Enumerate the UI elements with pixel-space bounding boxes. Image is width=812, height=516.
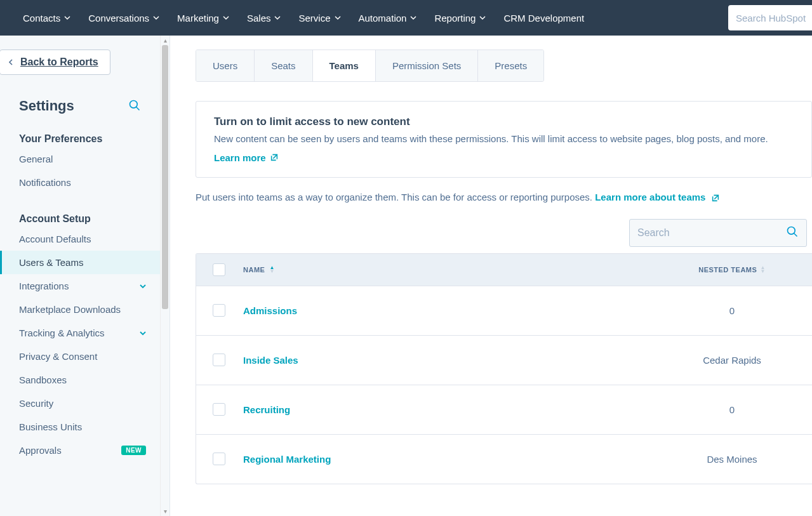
- notice-desc: New content can be seen by users and tea…: [214, 132, 794, 146]
- global-search-input[interactable]: [736, 13, 812, 23]
- scroll-down-arrow[interactable]: ▾: [161, 506, 170, 516]
- svg-line-1: [136, 107, 140, 110]
- nav-conversations[interactable]: Conversations: [88, 13, 159, 23]
- chevron-down-icon: [335, 15, 341, 21]
- sidebar-pref-general[interactable]: General: [0, 147, 160, 171]
- chevron-down-icon: [153, 15, 159, 21]
- chevron-left-icon: [8, 57, 14, 67]
- sidebar-item-label: General: [19, 154, 53, 164]
- nav-reporting[interactable]: Reporting: [434, 13, 486, 23]
- sidebar-item-label: Marketplace Downloads: [19, 304, 121, 315]
- nested-teams-value: 0: [729, 404, 735, 415]
- row-checkbox[interactable]: [213, 453, 225, 465]
- teams-search-input[interactable]: [637, 227, 786, 239]
- nested-teams-value: 0: [729, 305, 735, 316]
- svg-line-3: [794, 234, 797, 237]
- sidebar-pref-notifications[interactable]: Notifications: [0, 171, 160, 194]
- sort-icon: ▲▼: [269, 266, 274, 274]
- tab-seats[interactable]: Seats: [255, 50, 312, 81]
- nav-label: Service: [298, 13, 330, 23]
- nav-automation[interactable]: Automation: [359, 13, 417, 23]
- sidebar-scrollbar[interactable]: ▴ ▾: [160, 36, 170, 516]
- tab-presets[interactable]: Presets: [478, 50, 543, 81]
- search-icon[interactable]: [786, 225, 799, 240]
- external-link-icon: [270, 153, 279, 162]
- chevron-down-icon: [479, 15, 486, 21]
- table-row: Recruiting0: [196, 385, 812, 434]
- row-checkbox[interactable]: [213, 403, 225, 416]
- nav-label: Marketing: [177, 13, 219, 23]
- svg-point-0: [130, 100, 138, 108]
- global-search[interactable]: [728, 5, 812, 30]
- notice-title: Turn on to limit access to new content: [214, 116, 794, 128]
- settings-search-icon[interactable]: [128, 99, 141, 114]
- back-to-reports[interactable]: Back to Reports: [0, 50, 110, 75]
- sidebar-account-users-teams[interactable]: Users & Teams: [0, 251, 160, 274]
- nav-crm-development[interactable]: CRM Development: [503, 13, 584, 23]
- nav-label: CRM Development: [503, 13, 584, 23]
- team-name-link[interactable]: Regional Marketing: [243, 454, 331, 465]
- sidebar-item-label: Business Units: [19, 421, 82, 432]
- nav-label: Reporting: [434, 13, 476, 23]
- col-nested-label: NESTED TEAMS: [698, 266, 757, 274]
- nav-contacts[interactable]: Contacts: [23, 13, 70, 23]
- sidebar-item-label: Account Defaults: [19, 234, 91, 244]
- scroll-up-arrow[interactable]: ▴: [161, 36, 170, 45]
- row-checkbox[interactable]: [213, 304, 225, 317]
- sidebar-item-label: Users & Teams: [19, 257, 83, 268]
- team-name-link[interactable]: Recruiting: [243, 404, 290, 415]
- access-notice: Turn on to limit access to new content N…: [196, 101, 812, 178]
- chevron-down-icon: [410, 15, 416, 21]
- team-name-link[interactable]: Inside Sales: [243, 355, 298, 366]
- column-header-name[interactable]: NAME ▲▼: [243, 266, 669, 274]
- scrollbar-thumb[interactable]: [162, 45, 168, 309]
- sidebar-item-label: Privacy & Consent: [19, 351, 97, 362]
- sidebar-account-marketplace-downloads[interactable]: Marketplace Downloads: [0, 298, 160, 321]
- teams-description: Put users into teams as a way to organiz…: [196, 192, 812, 202]
- chevron-down-icon: [274, 15, 281, 21]
- tab-bar: UsersSeatsTeamsPermission SetsPresets: [196, 50, 544, 82]
- sidebar-account-approvals[interactable]: ApprovalsNEW: [0, 439, 160, 462]
- sidebar: Back to Reports Settings Your Preference…: [0, 36, 170, 516]
- sidebar-item-label: Integrations: [19, 281, 69, 291]
- nav-label: Conversations: [88, 13, 149, 23]
- notice-learn-label: Learn more: [214, 152, 266, 163]
- nav-sales[interactable]: Sales: [247, 13, 281, 23]
- notice-learn-more-link[interactable]: Learn more: [214, 152, 279, 163]
- sidebar-account-sandboxes[interactable]: Sandboxes: [0, 368, 160, 392]
- sort-icon: ▲▼: [760, 266, 765, 274]
- sidebar-account-business-units[interactable]: Business Units: [0, 415, 160, 439]
- sidebar-account-privacy-consent[interactable]: Privacy & Consent: [0, 345, 160, 368]
- sidebar-account-security[interactable]: Security: [0, 392, 160, 415]
- sidebar-account-integrations[interactable]: Integrations: [0, 274, 160, 298]
- learn-more-teams-label: Learn more about teams: [595, 192, 705, 202]
- chevron-down-icon: [140, 328, 146, 338]
- sidebar-item-label: Tracking & Analytics: [19, 327, 105, 338]
- learn-more-teams-link[interactable]: Learn more about teams: [595, 192, 719, 202]
- tab-teams[interactable]: Teams: [313, 50, 376, 82]
- chevron-down-icon: [140, 281, 146, 291]
- sidebar-item-label: Sandboxes: [19, 374, 67, 385]
- teams-search[interactable]: [629, 219, 807, 247]
- sidebar-account-account-defaults[interactable]: Account Defaults: [0, 227, 160, 251]
- table-header: NAME ▲▼ NESTED TEAMS ▲▼: [196, 254, 812, 286]
- team-name-link[interactable]: Admissions: [243, 305, 297, 316]
- settings-title: Settings: [19, 98, 74, 114]
- svg-point-2: [788, 227, 795, 235]
- select-all-checkbox[interactable]: [213, 263, 225, 276]
- nav-label: Sales: [247, 13, 271, 23]
- external-link-icon: [711, 194, 720, 202]
- nested-teams-value: Cedar Rapids: [703, 355, 761, 366]
- teams-table: NAME ▲▼ NESTED TEAMS ▲▼ Admissions0Insid…: [196, 253, 812, 484]
- nav-service[interactable]: Service: [298, 13, 340, 23]
- tab-permission-sets[interactable]: Permission Sets: [376, 50, 478, 81]
- row-checkbox[interactable]: [213, 354, 225, 366]
- sidebar-account-tracking-analytics[interactable]: Tracking & Analytics: [0, 321, 160, 345]
- column-header-nested[interactable]: NESTED TEAMS ▲▼: [669, 266, 795, 274]
- table-row: Admissions0: [196, 286, 812, 335]
- sidebar-item-label: Security: [19, 398, 53, 409]
- sidebar-item-label: Notifications: [19, 177, 71, 188]
- nav-marketing[interactable]: Marketing: [177, 13, 229, 23]
- back-link-label: Back to Reports: [20, 56, 98, 68]
- tab-users[interactable]: Users: [196, 50, 255, 81]
